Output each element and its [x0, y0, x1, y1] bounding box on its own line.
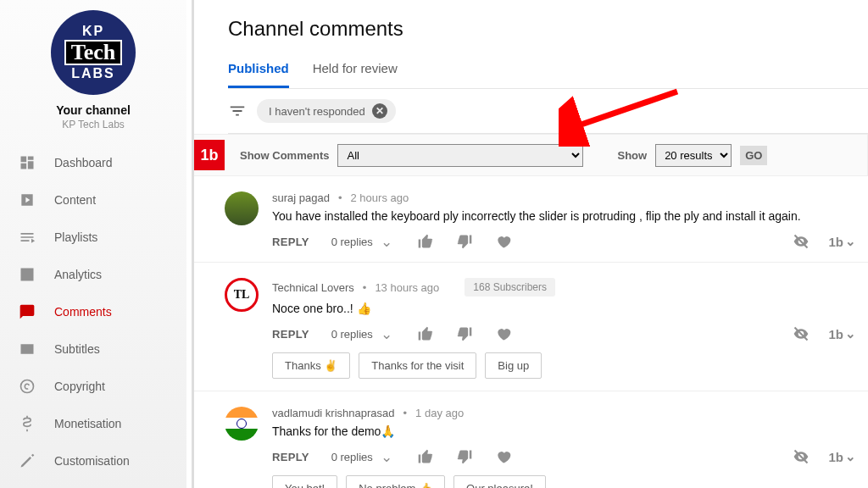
- nav-label: Copyright: [54, 380, 105, 393]
- comment-item: TL Technical Lovers • 13 hours ago 168 S…: [194, 263, 868, 391]
- quick-reply-btn[interactable]: You bet!: [272, 475, 337, 488]
- comment-author[interactable]: Technical Lovers: [272, 281, 354, 294]
- tab-published[interactable]: Published: [228, 61, 289, 88]
- comment-time: 1 day ago: [415, 407, 464, 419]
- your-channel-label: Your channel: [56, 103, 131, 117]
- chevron-down-icon: ⌄: [845, 326, 856, 341]
- replies-toggle[interactable]: 0 replies ⌄: [331, 233, 395, 250]
- comment-time: 13 hours ago: [375, 281, 439, 294]
- separator: •: [403, 407, 408, 419]
- nav-label: Customisation: [54, 454, 130, 468]
- comment-head: Technical Lovers • 13 hours ago 168 Subs…: [272, 278, 856, 297]
- tubebuddy-menu[interactable]: 1b ⌄: [828, 326, 856, 341]
- comments-list: suraj pagad • 2 hours ago You have insta…: [194, 176, 868, 488]
- comment-head: vadlamudi krishnaprasad • 1 day ago: [272, 407, 856, 419]
- reply-button[interactable]: REPLY: [272, 451, 309, 463]
- hide-icon[interactable]: [793, 448, 810, 465]
- analytics-icon: [19, 266, 36, 283]
- show-comments-select[interactable]: All: [337, 144, 583, 167]
- comment-body: Technical Lovers • 13 hours ago 168 Subs…: [272, 278, 856, 379]
- show-count-select[interactable]: 20 results: [655, 144, 732, 167]
- reply-button[interactable]: REPLY: [272, 328, 309, 341]
- nav-content[interactable]: Content: [0, 181, 186, 219]
- nav-analytics[interactable]: Analytics: [0, 256, 186, 293]
- thumbs-up-icon[interactable]: [417, 325, 434, 342]
- show-label: Show: [617, 149, 647, 162]
- nav-comments[interactable]: Comments: [0, 293, 186, 330]
- quick-reply-btn[interactable]: Our pleasure!: [453, 475, 546, 488]
- thumbs-down-icon[interactable]: [456, 233, 473, 250]
- replies-count: 0 replies: [331, 328, 373, 341]
- channel-block: KP Tech LABS Your channel KP Tech Labs: [0, 10, 186, 144]
- copyright-icon: [19, 378, 36, 395]
- comment-text: Noce one bro..! 👍: [272, 302, 856, 315]
- thumbs-down-icon[interactable]: [456, 325, 473, 342]
- tubebuddy-bar: 1b Show Comments All Show 20 results GO: [194, 134, 868, 176]
- nav-dashboard[interactable]: Dashboard: [0, 144, 186, 181]
- thumbs-up-icon[interactable]: [417, 448, 434, 465]
- comment-head: suraj pagad • 2 hours ago: [272, 191, 856, 204]
- nav-subtitles[interactable]: Subtitles: [0, 330, 186, 368]
- thumbs-down-icon[interactable]: [456, 448, 473, 465]
- chevron-down-icon: ⌄: [378, 325, 395, 342]
- replies-toggle[interactable]: 0 replies ⌄: [331, 325, 395, 342]
- nav-label: Comments: [54, 305, 112, 319]
- heart-icon[interactable]: [495, 233, 512, 250]
- subscriber-badge: 168 Subscribers: [465, 278, 555, 297]
- dashboard-icon: [19, 154, 36, 171]
- nav-label: Analytics: [54, 268, 102, 281]
- heart-icon[interactable]: [495, 448, 512, 465]
- logo-bot: LABS: [71, 67, 115, 80]
- playlists-icon: [19, 229, 36, 246]
- quick-replies: Thanks ✌ Thanks for the visit Big up: [272, 352, 856, 379]
- main: Channel comments Published Held for revi…: [192, 0, 868, 488]
- avatar[interactable]: [225, 407, 259, 441]
- nav-monetisation[interactable]: Monetisation: [0, 405, 186, 442]
- hide-icon[interactable]: [793, 233, 810, 250]
- avatar[interactable]: TL: [225, 278, 259, 312]
- close-icon[interactable]: ✕: [372, 103, 387, 119]
- content-icon: [19, 191, 36, 208]
- comment-author[interactable]: vadlamudi krishnaprasad: [272, 407, 395, 419]
- nav-copyright[interactable]: Copyright: [0, 368, 186, 405]
- nav-customisation[interactable]: Customisation: [0, 442, 186, 480]
- quick-reply-btn[interactable]: Thanks ✌: [272, 352, 350, 379]
- reply-button[interactable]: REPLY: [272, 236, 309, 248]
- nav-playlists[interactable]: Playlists: [0, 219, 186, 256]
- comment-actions: REPLY 0 replies ⌄ 1b ⌄: [272, 325, 856, 342]
- customisation-icon: [19, 452, 36, 469]
- tab-held-for-review[interactable]: Held for review: [313, 61, 398, 88]
- channel-avatar[interactable]: KP Tech LABS: [51, 10, 136, 95]
- replies-toggle[interactable]: 0 replies ⌄: [331, 448, 395, 465]
- logo-mid: Tech: [64, 40, 123, 65]
- tabs: Published Held for review: [228, 61, 868, 89]
- quick-reply-btn[interactable]: Big up: [485, 352, 542, 379]
- comment-text: Thanks for the demo🙏: [272, 424, 856, 438]
- tubebuddy-menu[interactable]: 1b ⌄: [828, 234, 856, 249]
- logo-top: KP: [82, 25, 104, 38]
- heart-icon[interactable]: [495, 325, 512, 342]
- nav-label: Dashboard: [54, 156, 113, 169]
- avatar[interactable]: [225, 191, 259, 225]
- comment-text: You have installed the keyboard ply inco…: [272, 209, 856, 223]
- comment-item: suraj pagad • 2 hours ago You have insta…: [194, 176, 868, 263]
- show-comments-label: Show Comments: [240, 149, 329, 162]
- sidebar: KP Tech LABS Your channel KP Tech Labs D…: [0, 0, 186, 488]
- chevron-down-icon: ⌄: [378, 233, 395, 250]
- nav: Dashboard Content Playlists Analytics Co…: [0, 144, 186, 480]
- filter-chip[interactable]: I haven't responded ✕: [257, 99, 396, 123]
- nav-label: Subtitles: [54, 342, 100, 356]
- nav-label: Monetisation: [54, 417, 121, 430]
- filter-icon[interactable]: [228, 102, 247, 120]
- channel-name: KP Tech Labs: [62, 119, 125, 130]
- go-button[interactable]: GO: [740, 146, 767, 165]
- tubebuddy-menu[interactable]: 1b ⌄: [828, 449, 856, 464]
- quick-reply-btn[interactable]: No problem 👍: [346, 475, 445, 488]
- thumbs-up-icon[interactable]: [417, 233, 434, 250]
- page-title: Channel comments: [228, 17, 868, 41]
- comment-author[interactable]: suraj pagad: [272, 191, 330, 204]
- hide-icon[interactable]: [793, 325, 810, 342]
- quick-reply-btn[interactable]: Thanks for the visit: [359, 352, 476, 379]
- comment-time: 2 hours ago: [351, 191, 409, 204]
- quick-replies: You bet! No problem 👍 Our pleasure!: [272, 475, 856, 488]
